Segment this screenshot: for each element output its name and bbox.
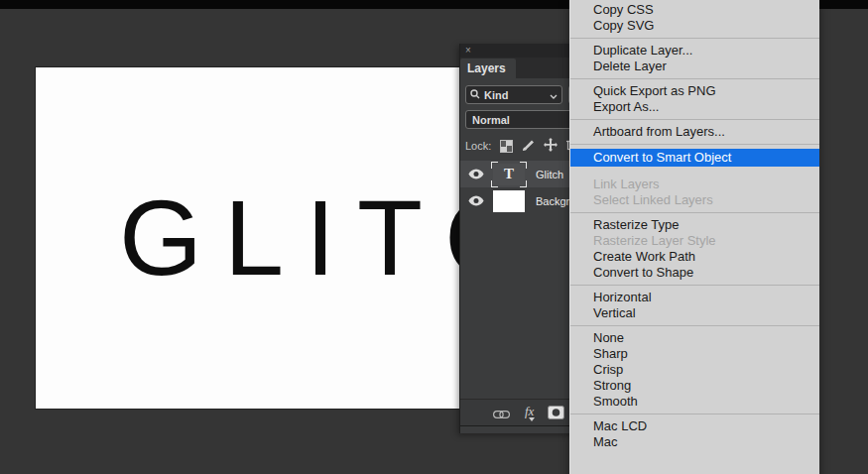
close-icon[interactable]: ×	[465, 46, 471, 56]
layer-filter-kind-label: Kind	[484, 89, 546, 101]
menu-item[interactable]: Convert to Smart Object	[570, 149, 819, 167]
photoshop-window: GLITC × Layers Kind	[0, 0, 868, 474]
menu-item[interactable]: Horizontal	[570, 290, 819, 305]
lock-paint-brush-icon[interactable]	[522, 139, 535, 154]
menu-item[interactable]: Convert to Shape	[570, 265, 819, 281]
menu-item[interactable]: Delete Layer	[570, 59, 819, 74]
lock-label: Lock:	[465, 140, 491, 152]
menu-item[interactable]: None	[570, 330, 819, 346]
menu-item[interactable]: Duplicate Layer...	[570, 43, 819, 59]
layer-visibility-toggle[interactable]	[460, 169, 491, 179]
menu-item: Select Linked Layers	[570, 192, 819, 208]
selection-bracket	[491, 180, 498, 187]
menu-item[interactable]: Create Work Path	[570, 249, 819, 265]
menu-item[interactable]: Quick Export as PNG	[570, 83, 819, 99]
layer-name[interactable]: Glitch	[536, 169, 563, 180]
menu-item: Link Layers	[570, 177, 819, 192]
eye-icon	[468, 169, 484, 179]
menu-item[interactable]: Sharp	[570, 346, 819, 362]
menu-item: Rasterize Layer Style	[570, 233, 819, 249]
menu-item[interactable]: Rasterize Type	[570, 217, 819, 233]
menu-separator	[570, 144, 819, 145]
menu-item[interactable]: Crisp	[570, 362, 819, 378]
menu-item[interactable]: Vertical	[570, 305, 819, 321]
menu-separator	[570, 212, 819, 213]
lock-transparency-icon[interactable]	[500, 140, 513, 153]
layer-filter-kind-select[interactable]: Kind	[465, 85, 562, 104]
layer-style-fx-icon[interactable]: fx	[525, 404, 534, 419]
menu-separator	[570, 414, 819, 415]
layer-thumbnail[interactable]	[491, 188, 527, 214]
fx-label: fx	[525, 404, 534, 418]
menu-separator	[570, 119, 819, 120]
selection-bracket	[520, 180, 527, 187]
chevron-down-icon	[550, 89, 558, 101]
menu-separator	[570, 38, 819, 39]
search-icon	[470, 89, 480, 101]
add-layer-mask-icon[interactable]	[548, 406, 564, 421]
menu-separator	[570, 78, 819, 79]
lock-position-icon[interactable]	[544, 138, 558, 154]
background-layer-thumbnail	[493, 190, 525, 212]
menu-item[interactable]: Strong	[570, 378, 819, 394]
eye-icon	[468, 195, 484, 206]
menu-item[interactable]: Mac LCD	[570, 418, 819, 434]
blend-mode-value: Normal	[472, 114, 510, 126]
menu-item[interactable]: Copy CSS	[570, 2, 819, 18]
menu-item[interactable]: Copy SVG	[570, 18, 819, 34]
menu-item[interactable]: Artboard from Layers...	[570, 124, 819, 140]
tab-layers[interactable]: Layers	[460, 59, 516, 78]
menu-item[interactable]: Smooth	[570, 394, 819, 410]
layer-visibility-toggle[interactable]	[460, 195, 491, 206]
layer-thumbnail[interactable]: T	[491, 162, 527, 187]
menu-separator	[570, 285, 819, 286]
menu-separator	[570, 325, 819, 326]
menu-item[interactable]: Mac	[570, 434, 819, 450]
selection-bracket	[491, 162, 498, 169]
fx-caret-icon	[529, 417, 535, 421]
menu-item[interactable]: Export As...	[570, 99, 819, 115]
link-layers-icon[interactable]	[493, 409, 510, 420]
selection-bracket	[520, 162, 527, 169]
context-menu: Copy CSSCopy SVGDuplicate Layer...Delete…	[569, 0, 819, 474]
